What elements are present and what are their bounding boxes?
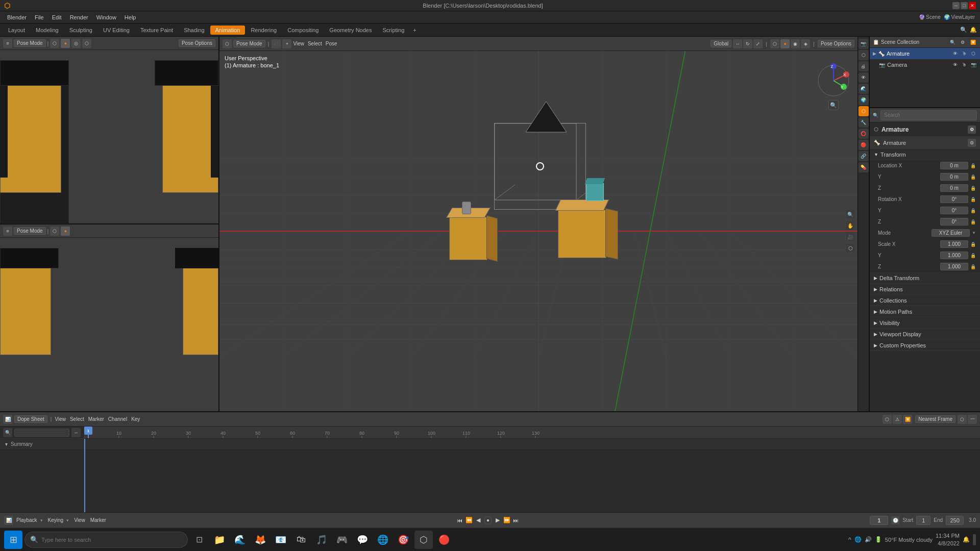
section-custom-properties[interactable]: ▶ Custom Properties (870, 340, 980, 351)
tl-marker-menu[interactable]: Marker (88, 416, 104, 422)
taskbar-app-mail[interactable]: 📧 (272, 531, 290, 549)
tab-animation[interactable]: Animation (210, 26, 246, 35)
tab-modeling[interactable]: Modeling (31, 26, 64, 35)
pose-mode-dropdown[interactable]: Pose Mode (14, 39, 46, 47)
tl-editor-icon2[interactable]: 📊 (4, 516, 13, 525)
section-delta-transform[interactable]: ▶ Delta Transform (870, 272, 980, 284)
timeline-summary[interactable]: ▼ Summary (0, 439, 84, 450)
prop-icon-view[interactable]: 👁 (859, 72, 869, 83)
task-view-btn[interactable]: ⊡ (190, 531, 208, 549)
tab-shading[interactable]: Shading (179, 26, 209, 35)
end-frame[interactable]: 250 (946, 516, 964, 525)
tab-geometry-nodes[interactable]: Geometry Nodes (324, 26, 377, 35)
prop-icon-render[interactable]: ⬡ (859, 50, 869, 60)
taskbar-app-spotify[interactable]: 🎵 (312, 531, 331, 549)
prop-icon-scene2[interactable]: 🌊 (859, 84, 869, 94)
taskbar-app-browser2[interactable]: 🔴 (435, 531, 453, 549)
tab-layout[interactable]: Layout (3, 26, 30, 35)
taskbar-search-input[interactable] (41, 537, 169, 543)
outliner-item-camera[interactable]: 📷 Camera 👁 🖱 📷 (870, 59, 980, 70)
win-maximize[interactable]: □ (961, 2, 968, 9)
prop-icon-constraints[interactable]: 🔗 (859, 151, 869, 161)
3d-view-btn[interactable]: 🎥 (272, 39, 281, 48)
menu-item-render[interactable]: Render (66, 13, 92, 21)
pose-mode-dropdown-b[interactable]: Pose Mode (14, 227, 46, 235)
section-collections[interactable]: ▶ Collections (870, 295, 980, 306)
menu-item-window[interactable]: Window (92, 13, 120, 21)
taskbar-app-blender[interactable]: ⬡ (414, 531, 433, 549)
keying-menu[interactable]: Keying (48, 517, 64, 523)
start-button[interactable]: ⊞ (4, 531, 22, 549)
3d-add-btn[interactable]: + (282, 39, 291, 48)
menu-item-blender[interactable]: Blender (3, 13, 31, 21)
tab-compositing[interactable]: Compositing (282, 26, 324, 35)
transform-header[interactable]: ▼ Transform (870, 149, 980, 160)
viewport-shading-render[interactable]: ⬡ (82, 39, 91, 48)
taskbar-search[interactable]: 🔍 (24, 532, 188, 548)
taskbar-app-store[interactable]: 🛍 (292, 531, 310, 549)
3d-scene[interactable]: User Perspective (1) Armature : bone_1 (219, 51, 857, 411)
tl-key-menu[interactable]: Key (131, 416, 140, 422)
taskbar-app-edge[interactable]: 🌊 (231, 531, 249, 549)
viewport-shading-material[interactable]: ◎ (71, 39, 81, 48)
playhead-marker[interactable]: 1 (84, 427, 92, 438)
section-relations[interactable]: ▶ Relations (870, 284, 980, 295)
tab-uv-editing[interactable]: UV Editing (98, 26, 135, 35)
section-motion-paths[interactable]: ▶ Motion Paths (870, 306, 980, 317)
3d-global-dropdown[interactable]: Global (710, 40, 731, 47)
tab-scripting[interactable]: Scripting (377, 26, 409, 35)
tl-channel-menu[interactable]: Channel (108, 416, 127, 422)
prop-icon-modifier[interactable]: 🔧 (859, 117, 869, 128)
prop-icon-scene[interactable]: 📷 (859, 39, 869, 49)
3d-pose-mode[interactable]: Pose Mode (233, 40, 265, 47)
win-close[interactable]: ✕ (969, 2, 976, 9)
tab-texture-paint[interactable]: Texture Paint (135, 26, 178, 35)
viewport-shading-solid[interactable]: ● (61, 39, 70, 48)
tl-editor-icon[interactable]: 📊 (3, 415, 12, 424)
prop-icon-data[interactable]: 💊 (859, 162, 869, 172)
section-visibility[interactable]: ▶ Visibility (870, 317, 980, 329)
taskbar-weather[interactable]: 50°F Mostly cloudy (885, 537, 933, 543)
tl-view-menu[interactable]: View (55, 416, 66, 422)
view-menu2[interactable]: View (74, 517, 85, 523)
taskbar-app-gamepad[interactable]: 🎮 (333, 531, 351, 549)
win-minimize[interactable]: ─ (952, 2, 960, 9)
3d-editor-icon[interactable]: ⬡ (223, 39, 232, 48)
taskbar-app-explorer[interactable]: 📁 (210, 531, 229, 549)
nav-gizmo[interactable]: X Y Z 🔍 (816, 55, 851, 101)
menu-item-edit[interactable]: Edit (48, 13, 66, 21)
vp-editor-icon[interactable]: ≡ (3, 39, 12, 48)
prop-search-input[interactable] (880, 110, 977, 120)
vp-editor-icon-b[interactable]: ≡ (3, 227, 12, 236)
taskbar-clock[interactable]: 11:34 PM 4/8/2022 (936, 532, 960, 547)
prop-icon-object[interactable]: ⬡ (859, 106, 869, 116)
pose-options-btn[interactable]: Pose Options (179, 39, 215, 47)
taskbar-app-chrome[interactable]: 🌐 (374, 531, 392, 549)
taskbar-app-steam[interactable]: 🎯 (394, 531, 412, 549)
tl-select-menu[interactable]: Select (70, 416, 84, 422)
prop-icon-world[interactable]: 🌍 (859, 95, 869, 105)
taskbar-app-discord[interactable]: 💬 (353, 531, 372, 549)
prop-icon-output[interactable]: 🖨 (859, 61, 869, 71)
timeline-content[interactable] (84, 439, 980, 512)
prop-icon-physics[interactable]: 🔴 (859, 140, 869, 150)
menu-item-file[interactable]: File (31, 13, 48, 21)
section-viewport-display[interactable]: ▶ Viewport Display (870, 329, 980, 340)
tl-editor-type[interactable]: Dope Sheet (14, 415, 47, 423)
outliner-item-armature[interactable]: ▶ 🦴 Armature 👁 🖱 ⬡ (870, 48, 980, 59)
vb-shading-solid[interactable]: ● (61, 227, 70, 236)
playback-menu[interactable]: Playback (16, 517, 37, 523)
3d-pose-menu[interactable]: Pose (326, 41, 337, 46)
pose-options-center[interactable]: Pose Options (818, 40, 854, 47)
tab-sculpting[interactable]: Sculpting (64, 26, 97, 35)
prop-icon-particles[interactable]: ⭕ (859, 129, 869, 139)
tab-rendering[interactable]: Rendering (246, 26, 282, 35)
current-frame-display[interactable]: 1 (870, 516, 888, 525)
tab-add[interactable]: + (410, 26, 419, 35)
marker-menu2[interactable]: Marker (90, 517, 106, 523)
viewport-shading-wire[interactable]: ⬡ (50, 39, 59, 48)
vb-shading-wire[interactable]: ⬡ (50, 227, 59, 236)
start-frame[interactable]: 1 (916, 516, 930, 525)
3d-select-menu[interactable]: Select (308, 41, 322, 46)
menu-item-help[interactable]: Help (120, 13, 140, 21)
